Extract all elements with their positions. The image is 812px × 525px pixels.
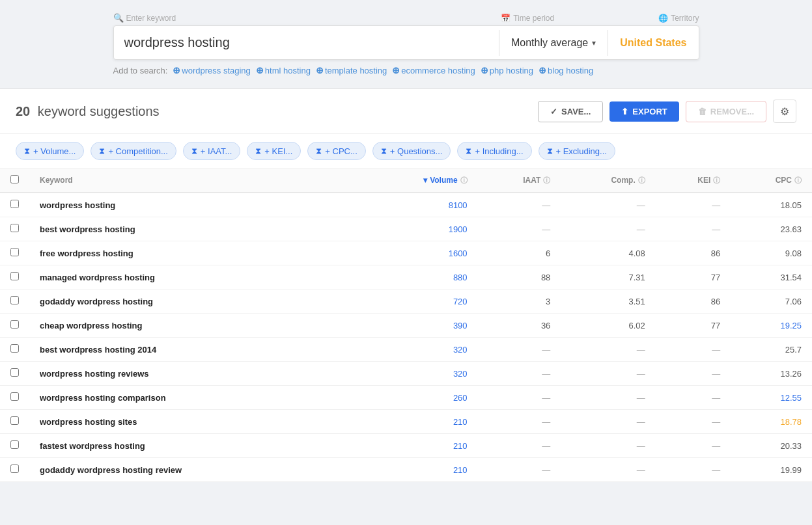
- cpc-cell-1: 23.63: [731, 217, 812, 241]
- row-checkbox-cell-7[interactable]: [0, 362, 29, 386]
- row-checkbox-cell-6[interactable]: [0, 338, 29, 362]
- kei-cell-2: 86: [656, 241, 731, 265]
- th-iaat[interactable]: IAAT ⓘ: [478, 168, 561, 193]
- filter-label-3: + KEI...: [264, 146, 292, 156]
- kei-cell-7: —: [656, 362, 731, 386]
- keyword-cell-3: managed wordpress hosting: [29, 265, 366, 289]
- table-row: fastest wordpress hosting 210 — — — 20.3…: [0, 434, 812, 458]
- iaat-info-icon[interactable]: ⓘ: [543, 176, 550, 185]
- th-comp[interactable]: Comp. ⓘ: [561, 168, 655, 193]
- volume-cell-4: 720: [366, 289, 477, 314]
- gear-icon: ⚙: [780, 105, 789, 118]
- search-bar: Monthly average ▾ United States: [113, 25, 699, 60]
- row-checkbox-cell-4[interactable]: [0, 289, 29, 314]
- tag-php-hosting[interactable]: ⊕ php hosting: [481, 65, 533, 75]
- tag-html-hosting[interactable]: ⊕ html hosting: [256, 65, 311, 75]
- territory-selector[interactable]: United States: [608, 37, 698, 49]
- search-input[interactable]: [124, 26, 488, 59]
- filter-competition[interactable]: ⧗ + Competition...: [91, 142, 176, 160]
- row-checkbox-1[interactable]: [10, 224, 19, 232]
- filter-kei[interactable]: ⧗ + KEI...: [247, 142, 301, 160]
- row-checkbox-cell-9[interactable]: [0, 410, 29, 434]
- th-keyword[interactable]: Keyword: [29, 168, 366, 193]
- comp-cell-8: —: [561, 386, 655, 410]
- keywords-table: Keyword ▾ Volume ⓘ IAAT: [0, 168, 812, 482]
- filter-label-2: + IAAT...: [201, 146, 232, 156]
- row-checkbox-2[interactable]: [10, 248, 19, 256]
- comp-info-icon[interactable]: ⓘ: [638, 176, 645, 185]
- kei-cell-5: 77: [656, 314, 731, 338]
- kei-info-icon[interactable]: ⓘ: [713, 176, 720, 185]
- tag-label-2: template hosting: [325, 66, 387, 75]
- filter-icon-4: ⧗: [316, 146, 322, 156]
- row-checkbox-cell-0[interactable]: [0, 193, 29, 217]
- row-checkbox-cell-10[interactable]: [0, 434, 29, 458]
- filter-cpc[interactable]: ⧗ + CPC...: [307, 142, 366, 160]
- row-checkbox-cell-11[interactable]: [0, 458, 29, 482]
- cpc-cell-11: 19.99: [731, 458, 812, 482]
- tag-label-4: php hosting: [490, 66, 533, 75]
- th-cpc[interactable]: CPC ⓘ: [731, 168, 812, 193]
- tag-wordpress-staging[interactable]: ⊕ wordpress staging: [173, 65, 251, 75]
- table-row: best wordpress hosting 1900 — — — 23.63: [0, 217, 812, 241]
- comp-cell-3: 7.31: [561, 265, 655, 289]
- save-button[interactable]: ✓ SAVE...: [538, 101, 603, 122]
- row-checkbox-6[interactable]: [10, 344, 19, 353]
- iaat-cell-9: —: [478, 410, 561, 434]
- filter-icon-7: ⧗: [547, 146, 553, 156]
- row-checkbox-7[interactable]: [10, 368, 19, 377]
- gear-button[interactable]: ⚙: [773, 100, 796, 123]
- filter-including[interactable]: ⧗ + Including...: [457, 142, 531, 160]
- time-period-chevron-icon: ▾: [592, 38, 596, 47]
- filters-row: ⧗ + Volume... ⧗ + Competition... ⧗ + IAA…: [0, 134, 812, 168]
- cpc-cell-4: 7.06: [731, 289, 812, 314]
- filter-volume[interactable]: ⧗ + Volume...: [16, 142, 84, 160]
- filter-icon-3: ⧗: [255, 146, 261, 156]
- row-checkbox-8[interactable]: [10, 392, 19, 401]
- volume-info-icon[interactable]: ⓘ: [460, 176, 468, 185]
- row-checkbox-10[interactable]: [10, 440, 19, 449]
- th-kei[interactable]: KEI ⓘ: [656, 168, 731, 193]
- cpc-cell-9: 18.78: [731, 410, 812, 434]
- cpc-cell-0: 18.05: [731, 193, 812, 217]
- comp-cell-2: 4.08: [561, 241, 655, 265]
- tag-template-hosting[interactable]: ⊕ template hosting: [316, 65, 387, 75]
- table-row: godaddy wordpress hosting review 210 — —…: [0, 458, 812, 482]
- tag-ecommerce-hosting[interactable]: ⊕ ecommerce hosting: [392, 65, 475, 75]
- row-checkbox-cell-5[interactable]: [0, 314, 29, 338]
- cpc-cell-6: 25.7: [731, 338, 812, 362]
- cpc-info-icon[interactable]: ⓘ: [794, 176, 802, 185]
- time-period-selector[interactable]: Monthly average ▾: [499, 37, 608, 49]
- table-row: cheap wordpress hosting 390 36 6.02 77 1…: [0, 314, 812, 338]
- row-checkbox-cell-2[interactable]: [0, 241, 29, 265]
- row-checkbox-cell-3[interactable]: [0, 265, 29, 289]
- kei-cell-1: —: [656, 217, 731, 241]
- row-checkbox-cell-1[interactable]: [0, 217, 29, 241]
- volume-cell-6: 320: [366, 338, 477, 362]
- filter-icon-1: ⧗: [99, 146, 105, 156]
- row-checkbox-3[interactable]: [10, 272, 19, 280]
- filter-iaat[interactable]: ⧗ + IAAT...: [183, 142, 241, 160]
- iaat-cell-0: —: [478, 193, 561, 217]
- remove-button[interactable]: 🗑 REMOVE...: [686, 101, 766, 122]
- plus-icon-3: ⊕: [392, 65, 400, 75]
- kei-cell-4: 86: [656, 289, 731, 314]
- cpc-cell-2: 9.08: [731, 241, 812, 265]
- plus-icon-1: ⊕: [256, 65, 264, 75]
- row-checkbox-0[interactable]: [10, 200, 19, 208]
- row-checkbox-4[interactable]: [10, 296, 19, 304]
- export-button[interactable]: ⬆ EXPORT: [609, 101, 679, 122]
- row-checkbox-cell-8[interactable]: [0, 386, 29, 410]
- th-volume[interactable]: ▾ Volume ⓘ: [366, 168, 477, 193]
- row-checkbox-11[interactable]: [10, 464, 19, 473]
- row-checkbox-9[interactable]: [10, 416, 19, 425]
- row-checkbox-5[interactable]: [10, 320, 19, 329]
- filter-questions[interactable]: ⧗ + Questions...: [372, 142, 451, 160]
- volume-cell-3: 880: [366, 265, 477, 289]
- keyword-cell-5: cheap wordpress hosting: [29, 314, 366, 338]
- tag-blog-hosting[interactable]: ⊕ blog hosting: [539, 65, 593, 75]
- filter-excluding[interactable]: ⧗ + Excluding...: [539, 142, 615, 160]
- select-all-checkbox-header[interactable]: [0, 168, 29, 193]
- volume-cell-9: 210: [366, 410, 477, 434]
- select-all-checkbox[interactable]: [10, 175, 19, 183]
